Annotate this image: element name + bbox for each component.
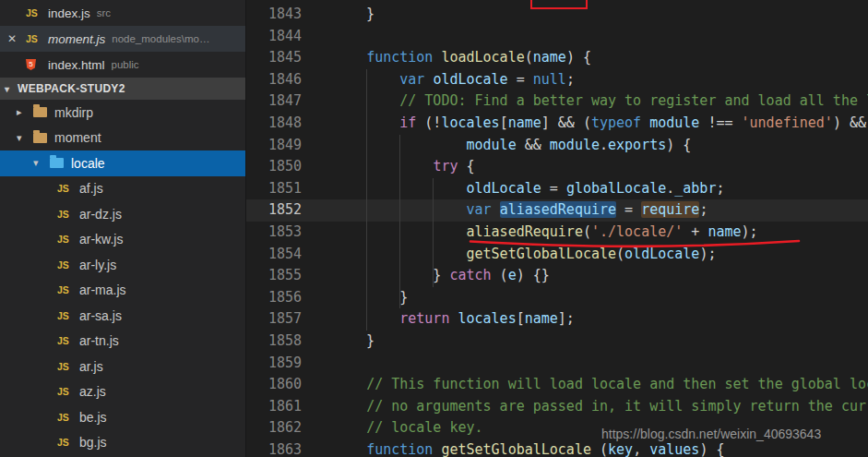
line-text: var oldLocale = null; [333,69,575,91]
code-line-1849[interactable]: 1849 module && module.exports) { [246,135,868,157]
open-editor-label: index.js [48,6,90,20]
js-file-icon: JS [57,183,79,194]
tree-item-ar-kw-js[interactable]: JSar-kw.js [0,227,245,253]
tree-item-be-js[interactable]: JSbe.js [0,404,245,430]
workspace-name: WEBPACK-STUDY2 [18,82,125,95]
line-number: 1853 [246,222,302,244]
code-editor[interactable]: 1843 }18441845 function loadLocale(name)… [246,0,868,457]
code-line-1861[interactable]: 1861 // no arguments are passed in, it w… [246,396,868,418]
js-file-icon: JS [57,437,79,448]
code-line-1853[interactable]: 1853 aliasedRequire('./locale/' + name); [246,222,868,244]
line-number: 1863 [246,439,302,457]
code-token: } [333,289,408,306]
code-token [641,114,649,131]
indent-guide [399,135,400,308]
code-token: (! [416,114,441,131]
code-line-1859[interactable]: 1859 [246,353,868,375]
close-icon[interactable]: ✕ [7,32,26,45]
code-token: ) && [833,114,866,131]
tree-item-label: ar-kw.js [79,232,123,247]
code-token: } [333,6,375,22]
code-token: var [467,201,492,218]
code-line-1855[interactable]: 1855 } catch (e) {} [246,265,868,287]
chevron-down-icon: ▾ [5,84,18,94]
tree-item-moment[interactable]: ▾moment [0,126,245,151]
tree-item-ar-ly-js[interactable]: JSar-ly.js [0,252,245,278]
tree-item-ar-dz-js[interactable]: JSar-dz.js [0,201,245,227]
line-text: oldLocale = globalLocale._abbr; [333,178,724,200]
open-editor-moment-js[interactable]: ✕JSmoment.jsnode_modules\mo… [0,26,245,52]
open-editor-index-html[interactable]: 5index.htmlpublic [0,52,245,78]
code-token: = [616,201,641,218]
code-token: [ [500,114,508,131]
code-line-1860[interactable]: 1860 // This function will load locale a… [246,374,868,396]
code-token: module [649,114,699,131]
chevron-right-icon[interactable]: ▸ [17,106,33,118]
code-token: catch [449,267,491,283]
line-number: 1859 [246,353,302,375]
tree-item-locale[interactable]: ▾locale [0,150,245,176]
code-line-1858[interactable]: 1858 } [246,331,868,353]
code-line-1847[interactable]: 1847 // TODO: Find a better way to regis… [246,90,868,113]
line-number: 1849 [246,135,302,157]
code-line-1852[interactable]: 1852 var aliasedRequire = require; [246,199,868,222]
line-number: 1857 [246,308,302,331]
code-line-1851[interactable]: 1851 oldLocale = globalLocale._abbr; [246,178,868,200]
tree-item-az-js[interactable]: JSaz.js [0,379,245,405]
js-file-icon: JS [57,412,79,423]
code-line-1845[interactable]: 1845 function loadLocale(name) { [246,47,868,69]
line-number: 1844 [246,26,302,48]
code-line-1850[interactable]: 1850 try { [246,156,868,178]
tree-item-ar-js[interactable]: JSar.js [0,354,245,379]
line-text: if (!locales[name] && (typeof module !==… [333,113,866,135]
code-token: = [541,180,566,197]
code-token: ; [716,180,724,197]
code-line-1848[interactable]: 1848 if (!locales[name] && (typeof modul… [246,113,868,135]
code-token: ( [525,49,533,66]
tree-item-ar-sa-js[interactable]: JSar-sa.js [0,303,245,329]
js-file-icon: JS [57,284,79,295]
code-line-1857[interactable]: 1857 return locales[name]; [246,308,868,331]
open-editor-index-js[interactable]: JSindex.jssrc [0,0,245,26]
line-number: 1860 [246,374,302,396]
tree-item-label: ar-dz.js [79,207,122,222]
code-token: _abbr [674,180,716,197]
code-token: && [517,137,550,153]
code-token: !== [699,114,741,131]
code-token: ) {} [517,267,550,283]
tree-item-mkdirp[interactable]: ▸mkdirp [0,100,245,126]
code-token: { [458,158,474,174]
tree-item-ar-ma-js[interactable]: JSar-ma.js [0,278,245,304]
chevron-down-icon[interactable]: ▾ [33,157,50,169]
code-token: var [399,71,424,88]
tree-item-af-js[interactable]: JSaf.js [0,176,245,202]
code-token: + [683,223,707,240]
line-number: 1848 [246,113,302,135]
code-line-1856[interactable]: 1856 } [246,287,868,309]
open-editor-label: index.html [48,58,105,72]
word-highlight: require [641,201,699,218]
code-token: './locale/' [591,223,683,240]
file-tree: ▸mkdirp▾moment▾localeJSaf.jsJSar-dz.jsJS… [0,100,245,455]
js-file-icon: JS [57,386,79,397]
explorer-sidebar: JSindex.jssrc✕JSmoment.jsnode_modules\mo… [0,0,246,457]
tree-item-ar-tn-js[interactable]: JSar-tn.js [0,329,245,355]
code-token: e [508,267,517,283]
chevron-down-icon[interactable]: ▾ [17,132,33,144]
tree-item-label: af.js [79,181,103,196]
code-line-1846[interactable]: 1846 var oldLocale = null; [246,69,868,91]
workspace-section-header[interactable]: ▾ WEBPACK-STUDY2 [0,78,245,100]
code-token [492,201,500,218]
line-text: // no arguments are passed in, it will s… [333,396,868,418]
tree-item-label: locale [71,156,105,171]
code-token: loadLocale [441,49,524,66]
indent-guide [433,178,434,287]
js-file-icon: JS [57,259,79,271]
tree-item-bg-js[interactable]: JSbg.js [0,430,245,456]
js-file-icon: JS [57,310,79,321]
code-token [333,398,366,415]
code-line-1844[interactable]: 1844 [246,26,868,48]
open-editor-label: moment.js [48,32,105,46]
code-line-1854[interactable]: 1854 getSetGlobalLocale(oldLocale); [246,244,868,266]
code-token: ; [699,201,707,218]
